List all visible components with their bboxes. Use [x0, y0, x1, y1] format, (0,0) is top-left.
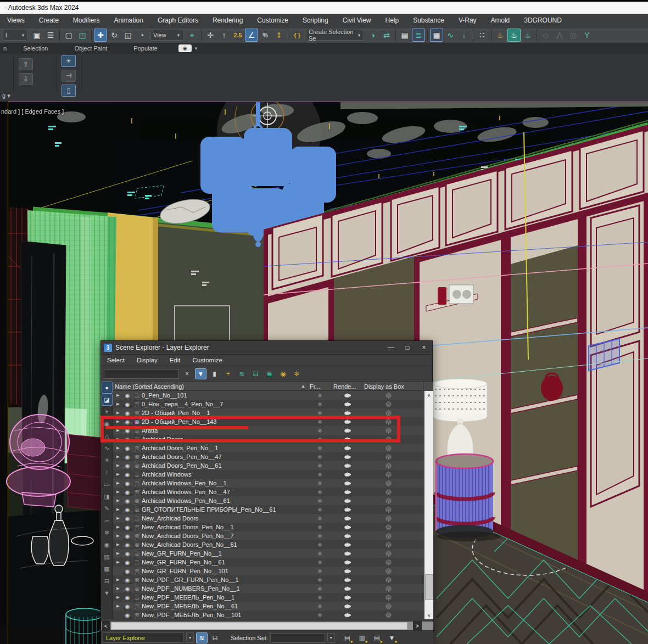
ribbon-camera-icon[interactable]: ◉	[178, 44, 192, 52]
ribbon-shrink-button[interactable]: ⇧	[19, 58, 33, 70]
filter-combinations-icon[interactable]: ▼	[102, 587, 113, 599]
visibility-eye-icon[interactable]: ◉	[123, 472, 132, 478]
nested-layer-mode-icon[interactable]: ⊟	[250, 368, 261, 379]
expand-arrow-icon[interactable]: ▶	[113, 595, 123, 600]
renderable-teapot-icon[interactable]	[332, 410, 362, 416]
explorer-menu-display[interactable]: Display	[131, 357, 164, 363]
scroll-up-icon[interactable]: ∧	[424, 391, 434, 399]
select-object-icon[interactable]: ▣	[30, 29, 43, 42]
display-as-box-icon[interactable]	[362, 577, 424, 583]
layer-name[interactable]: New_PDF _МЕБЕЛЬ_Pen_No__101	[142, 612, 308, 618]
expand-arrow-icon[interactable]: ▶	[113, 472, 123, 477]
layer-name[interactable]: New_Archicad Doors_Pen_No__61	[142, 541, 308, 548]
snaps-toggle-icon[interactable]: ↑	[217, 29, 231, 42]
display-spacewarps-icon[interactable]: ∿	[102, 442, 113, 454]
visibility-eye-icon[interactable]: ◉	[123, 603, 132, 609]
expand-arrow-icon[interactable]: ▶	[113, 402, 123, 406]
explorer-search-input[interactable]	[104, 369, 179, 379]
display-as-box-icon[interactable]	[362, 410, 424, 416]
toggle-layer-explorer-icon[interactable]: ≣	[412, 29, 425, 42]
freeze-snowflake-icon[interactable]: ❄	[308, 577, 332, 583]
freeze-snowflake-icon[interactable]: ❄	[308, 472, 332, 478]
freeze-snowflake-icon[interactable]: ❄	[308, 542, 332, 548]
freeze-snowflake-icon[interactable]: ❄	[308, 516, 332, 522]
render-setup-icon[interactable]: ♨	[507, 29, 521, 42]
layer-row[interactable]: ▶ ◉ ≣ New_GR_FURN_Pen_No__1 ❄	[113, 549, 424, 558]
ribbon-grow-button[interactable]: ⇩	[19, 73, 33, 85]
column-header-name[interactable]: Name (Sorted Ascending) ▲	[113, 382, 308, 390]
ribbon-highlight-button[interactable]: ☀	[62, 55, 76, 67]
renderable-teapot-icon[interactable]	[332, 516, 362, 521]
display-as-box-icon[interactable]	[362, 463, 424, 469]
horizontal-scrollbar[interactable]: < >	[101, 621, 433, 630]
expand-arrow-icon[interactable]: ▶	[113, 463, 123, 468]
layer-name[interactable]: New_PDF _NUMBERS_Pen_No__1	[142, 585, 308, 592]
layer-row[interactable]: ▶ ◉ ≣ New_PDF _МЕБЕЛЬ_Pen_No__101 ❄	[113, 611, 424, 619]
renderable-teapot-icon[interactable]	[332, 428, 362, 433]
renderable-teapot-icon[interactable]	[332, 533, 362, 539]
select-and-move-icon[interactable]: ✚	[94, 29, 107, 42]
expand-arrow-icon[interactable]: ▶	[113, 542, 123, 547]
layer-name[interactable]: Archicad Doors	[142, 436, 308, 443]
use-pivot-point-center-icon[interactable]: ⌖	[186, 29, 199, 42]
toggle-scene-explorer-icon[interactable]: ▤	[398, 29, 411, 42]
expand-arrow-icon[interactable]: ▶	[113, 578, 123, 582]
explorer-mode-dropdown[interactable]: Layer Explorer	[103, 632, 184, 643]
freeze-snowflake-icon[interactable]: ❄	[308, 419, 332, 425]
renderable-teapot-icon[interactable]	[332, 568, 362, 574]
display-geometry-icon[interactable]: ●	[102, 382, 113, 394]
freeze-snowflake-icon[interactable]: ❄	[308, 507, 332, 513]
layer-name[interactable]: New_GR_FURN_Pen_No__1	[142, 550, 308, 557]
visibility-eye-icon[interactable]: ◉	[123, 393, 132, 399]
align-icon[interactable]: ⇄	[380, 29, 393, 42]
display-helpers-icon[interactable]: △	[102, 430, 113, 442]
layer-row[interactable]: ▶ ◉ ≣ GR_ОТОПИТЕЛЬНЫЕ ПРИБОРЫ_Pen_No__61…	[113, 505, 424, 514]
layer-name[interactable]: Archicad Doors_Pen_No__47	[142, 453, 308, 460]
visibility-eye-icon[interactable]: ◉	[123, 516, 132, 522]
visibility-eye-icon[interactable]: ◉	[123, 445, 132, 451]
renderable-teapot-icon[interactable]	[332, 393, 362, 398]
freeze-snowflake-icon[interactable]: ❄	[308, 586, 332, 592]
visibility-eye-icon[interactable]: ◉	[123, 480, 132, 486]
layer-row[interactable]: ▶ ◉ ≣ New_PDF _GR_FURN_Pen_No__1 ❄	[113, 575, 424, 584]
visibility-eye-icon[interactable]: ◉	[123, 489, 132, 495]
display-as-box-icon[interactable]	[362, 603, 424, 609]
menu-help[interactable]: Help	[378, 14, 406, 27]
expand-arrow-icon[interactable]: ▶	[113, 490, 123, 494]
freeze-snowflake-icon[interactable]: ❄	[308, 524, 332, 530]
menu-create[interactable]: Create	[32, 14, 66, 27]
display-as-box-icon[interactable]	[362, 445, 424, 451]
renderable-teapot-icon[interactable]	[332, 507, 362, 512]
layer-name[interactable]: Archicad Windows_Pen_No__1	[142, 480, 308, 486]
layer-name[interactable]: New_GR_FURN_Pen_No__61	[142, 559, 308, 565]
vertical-scroll-thumb[interactable]	[425, 574, 433, 600]
explorer-mode-caret-icon[interactable]: ▾	[186, 632, 194, 643]
rendered-frame-window-icon[interactable]: ♨	[521, 29, 534, 42]
isolate-selection-icon[interactable]: ∷	[476, 29, 489, 42]
minimize-button[interactable]: —	[383, 341, 399, 354]
selection-set-caret-icon[interactable]: ▾	[327, 633, 335, 643]
display-as-box-icon[interactable]	[362, 586, 424, 592]
scene-explorer-titlebar[interactable]: 3 Scene Explorer - Layer Explorer —□×	[101, 341, 432, 355]
display-bones-icon[interactable]: ≀	[102, 466, 113, 478]
hide-toggle-icon[interactable]: ◉	[277, 368, 289, 379]
visibility-eye-icon[interactable]: ◉	[123, 595, 132, 601]
add-selection-to-layer-icon[interactable]: ≋	[236, 368, 248, 379]
display-hidden-icon[interactable]: ◉	[102, 539, 113, 551]
scroll-down-icon[interactable]: ∨	[424, 611, 434, 619]
select-and-rotate-icon[interactable]: ↻	[108, 29, 121, 42]
maximize-button[interactable]: □	[399, 341, 416, 354]
state-sets-icon[interactable]: ◇	[539, 29, 552, 42]
renderable-teapot-icon[interactable]	[332, 454, 362, 460]
layer-row[interactable]: ▶ ◉ ≣ Aratta ❄	[113, 426, 424, 435]
renderable-teapot-icon[interactable]	[332, 586, 362, 591]
material-editor-icon[interactable]: ♨	[494, 29, 507, 42]
renderable-teapot-icon[interactable]	[332, 595, 362, 600]
layer-name[interactable]: New_PDF _МЕБЕЛЬ_Pen_No__1	[142, 594, 308, 601]
freeze-snowflake-icon[interactable]: ❄	[308, 454, 332, 460]
display-as-box-icon[interactable]	[362, 551, 424, 557]
display-particles-icon[interactable]: ✳	[102, 454, 113, 466]
layer-name[interactable]: 0_Нон._пера__4_Pen_No__7	[142, 401, 308, 407]
tab-selection[interactable]: Selection	[10, 43, 61, 54]
display-as-box-icon[interactable]	[362, 507, 424, 513]
